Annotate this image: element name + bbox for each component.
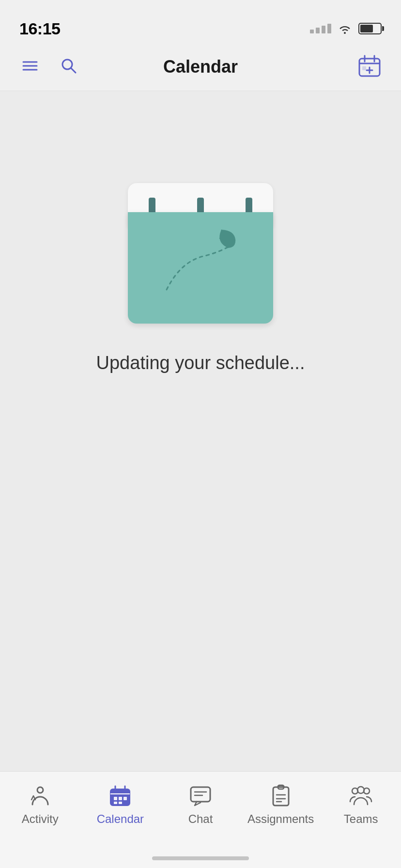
battery-icon — [358, 23, 382, 34]
main-content: Updating your schedule... — [0, 91, 401, 771]
svg-rect-28 — [273, 787, 289, 806]
add-calendar-event-icon[interactable] — [357, 54, 382, 80]
status-bar: 16:15 — [0, 0, 401, 43]
calendar-body — [128, 212, 273, 324]
svg-rect-22 — [123, 797, 127, 800]
activity-icon — [28, 783, 53, 808]
svg-rect-20 — [114, 797, 117, 800]
wifi-icon — [338, 23, 352, 34]
calendar-tab-icon — [108, 783, 133, 808]
home-indicator — [152, 856, 249, 860]
tab-teams[interactable]: Teams — [332, 783, 390, 826]
tab-chat[interactable]: Chat — [171, 783, 230, 826]
svg-rect-25 — [191, 787, 210, 802]
assignments-icon — [268, 783, 293, 808]
signal-icon — [310, 24, 331, 33]
svg-rect-21 — [119, 797, 122, 800]
svg-rect-23 — [114, 802, 117, 804]
search-icon[interactable] — [58, 55, 79, 78]
activity-label: Activity — [22, 812, 59, 826]
nav-bar: Calendar — [0, 43, 401, 91]
calendar-illustration — [123, 169, 278, 319]
tab-calendar[interactable]: Calendar — [91, 783, 149, 826]
hamburger-icon[interactable] — [19, 55, 41, 78]
chat-label: Chat — [188, 812, 213, 826]
svg-line-4 — [71, 68, 76, 73]
tab-bar: Activity Calendar Chat — [0, 771, 401, 868]
svg-rect-11 — [362, 66, 366, 70]
dotted-path — [128, 212, 273, 324]
chat-icon — [188, 783, 213, 808]
tab-activity[interactable]: Activity — [11, 783, 69, 826]
status-time: 16:15 — [19, 19, 60, 38]
svg-rect-24 — [119, 802, 122, 804]
teams-label: Teams — [344, 812, 378, 826]
calendar-label: Calendar — [97, 812, 144, 826]
teams-icon — [348, 783, 373, 808]
assignments-label: Assignments — [247, 812, 314, 826]
status-icons — [310, 23, 382, 34]
svg-point-35 — [357, 787, 364, 793]
loading-status-text: Updating your schedule... — [96, 353, 305, 373]
page-title: Calendar — [163, 57, 238, 77]
tab-assignments[interactable]: Assignments — [252, 783, 310, 826]
